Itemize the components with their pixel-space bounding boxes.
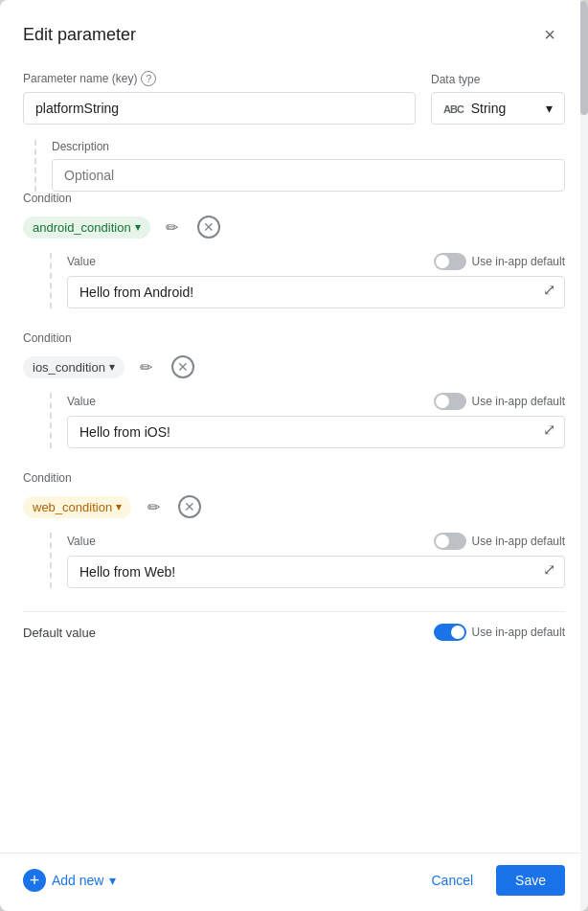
- condition-label-1: Condition: [23, 331, 565, 345]
- data-type-value: String: [471, 101, 507, 116]
- value-input-wrapper-1: ⤢: [67, 416, 565, 448]
- footer-right: Cancel Save: [419, 865, 565, 896]
- value-label-0: Value: [67, 255, 96, 268]
- condition-edit-button-1[interactable]: ✏: [132, 353, 161, 381]
- circle-x-icon-2: ✕: [178, 495, 201, 518]
- default-use-default-label: Use in-app default: [472, 626, 565, 639]
- modal-header: Edit parameter ×: [0, 0, 588, 63]
- condition-chip-ios[interactable]: ios_condition ▾: [23, 356, 124, 378]
- value-input-wrapper-2: ⤢: [67, 556, 565, 588]
- value-section-0: Value Use in-app default ⤢: [50, 253, 565, 308]
- condition-label-2: Condition: [23, 471, 565, 485]
- chip-web-label: web_condition: [33, 500, 112, 514]
- condition-edit-button-0[interactable]: ✏: [158, 213, 187, 241]
- chip-android-label: android_condition: [33, 220, 131, 235]
- value-row-2: Value Use in-app default: [67, 533, 565, 550]
- chip-ios-label: ios_condition: [33, 360, 105, 375]
- scrollbar-thumb[interactable]: [580, 0, 588, 115]
- condition-remove-button-0[interactable]: ✕: [194, 213, 223, 241]
- modal-title: Edit parameter: [23, 25, 136, 45]
- modal-footer: + Add new ▾ Cancel Save: [0, 853, 588, 911]
- pencil-icon-1: ✏: [140, 358, 152, 376]
- condition-label-0: Condition: [23, 192, 565, 205]
- abc-icon: ABC: [443, 103, 464, 115]
- use-default-label-1: Use in-app default: [472, 395, 565, 408]
- cancel-button[interactable]: Cancel: [419, 865, 485, 896]
- value-section-1: Value Use in-app default ⤢: [50, 393, 565, 448]
- condition-edit-button-2[interactable]: ✏: [139, 492, 168, 521]
- use-default-toggle-0[interactable]: [434, 253, 466, 270]
- add-new-dropdown-arrow: ▾: [109, 873, 116, 888]
- value-label-2: Value: [67, 535, 96, 548]
- data-type-label: Data type: [431, 73, 565, 86]
- toggle-knob-1: [436, 395, 449, 408]
- condition-header-0: android_condition ▾ ✏ ✕: [23, 213, 565, 241]
- use-default-label-0: Use in-app default: [472, 255, 565, 268]
- expand-icon-0[interactable]: ⤢: [543, 281, 555, 299]
- value-row-0: Value Use in-app default: [67, 253, 565, 270]
- toggle-knob-0: [436, 255, 449, 268]
- condition-block-1: Condition ios_condition ▾ ✏ ✕ Value: [23, 331, 565, 448]
- value-input-0[interactable]: [67, 276, 565, 308]
- data-type-section: Data type ABC String ▾: [431, 73, 565, 125]
- expand-icon-1[interactable]: ⤢: [543, 421, 555, 439]
- pencil-icon-0: ✏: [166, 218, 178, 237]
- condition-header-1: ios_condition ▾ ✏ ✕: [23, 353, 565, 381]
- chip-web-arrow: ▾: [116, 500, 122, 513]
- add-new-circle-icon: +: [23, 869, 46, 892]
- close-button[interactable]: ×: [534, 19, 565, 50]
- use-default-label-2: Use in-app default: [472, 535, 565, 548]
- circle-x-icon-1: ✕: [171, 355, 194, 378]
- param-name-help-icon[interactable]: ?: [141, 71, 156, 86]
- use-default-row-1: Use in-app default: [434, 393, 565, 410]
- data-type-select[interactable]: ABC String ▾: [431, 92, 565, 125]
- edit-parameter-modal: Edit parameter × Parameter name (key) ? …: [0, 0, 588, 911]
- value-label-1: Value: [67, 395, 96, 408]
- data-type-dropdown-arrow: ▾: [546, 101, 553, 116]
- toggle-knob-2: [436, 535, 449, 548]
- add-new-label: Add new: [52, 873, 103, 888]
- description-label: Description: [52, 140, 565, 153]
- condition-header-2: web_condition ▾ ✏ ✕: [23, 492, 565, 521]
- value-row-1: Value Use in-app default: [67, 393, 565, 410]
- default-toggle-knob: [451, 626, 464, 639]
- modal-body: Parameter name (key) ? Data type ABC Str…: [0, 63, 588, 853]
- use-default-row-2: Use in-app default: [434, 533, 565, 550]
- value-section-2: Value Use in-app default ⤢: [50, 533, 565, 588]
- add-new-button[interactable]: + Add new ▾: [23, 869, 116, 892]
- param-type-row: Parameter name (key) ? Data type ABC Str…: [23, 71, 565, 125]
- description-input[interactable]: [52, 159, 565, 192]
- param-name-input[interactable]: [23, 92, 416, 125]
- use-default-row-0: Use in-app default: [434, 253, 565, 270]
- chip-android-arrow: ▾: [135, 220, 141, 234]
- condition-remove-button-2[interactable]: ✕: [175, 492, 204, 521]
- value-input-1[interactable]: [67, 416, 565, 448]
- pencil-icon-2: ✏: [147, 498, 160, 516]
- default-value-section: Default value Use in-app default: [23, 611, 565, 652]
- value-input-wrapper-0: ⤢: [67, 276, 565, 308]
- chip-ios-arrow: ▾: [109, 360, 115, 374]
- circle-x-icon-0: ✕: [197, 216, 220, 239]
- default-use-default-toggle[interactable]: [434, 624, 466, 641]
- condition-block-2: Condition web_condition ▾ ✏ ✕ Value: [23, 471, 565, 588]
- param-name-label: Parameter name (key) ?: [23, 71, 416, 86]
- description-section: Description: [34, 140, 565, 192]
- value-input-2[interactable]: [67, 556, 565, 588]
- condition-block-0: Condition android_condition ▾ ✏ ✕ Value: [23, 192, 565, 308]
- save-button[interactable]: Save: [496, 865, 565, 896]
- use-default-toggle-1[interactable]: [434, 393, 466, 410]
- condition-chip-web[interactable]: web_condition ▾: [23, 496, 131, 518]
- scrollbar-track[interactable]: [580, 0, 588, 911]
- condition-chip-android[interactable]: android_condition ▾: [23, 216, 150, 239]
- use-default-toggle-2[interactable]: [434, 533, 466, 550]
- default-value-label: Default value: [23, 626, 96, 640]
- condition-remove-button-1[interactable]: ✕: [169, 353, 197, 381]
- expand-icon-2[interactable]: ⤢: [543, 560, 555, 579]
- param-name-section: Parameter name (key) ?: [23, 71, 416, 125]
- default-use-default-row: Use in-app default: [434, 624, 565, 641]
